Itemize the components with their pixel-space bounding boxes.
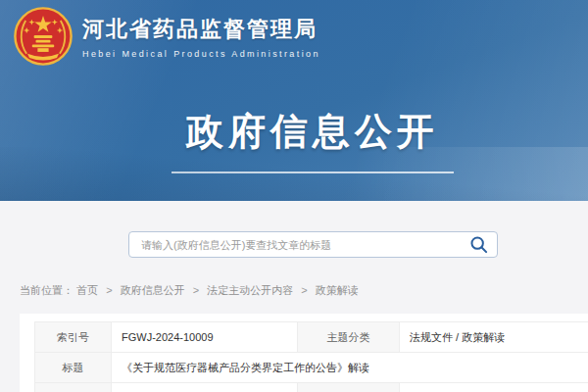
site-name-block: 河北省药品监督管理局 Hebei Medical Products Admini… — [82, 15, 320, 59]
breadcrumb-current-policy-interpretation: 政策解读 — [316, 284, 359, 296]
national-emblem-icon — [14, 7, 73, 66]
page-title: 政府信息公开 — [186, 107, 439, 157]
site-name-english: Hebei Medical Products Administration — [82, 49, 320, 59]
subject-category-value: 法规文件 / 政策解读 — [400, 322, 588, 353]
table-row: 标题 《关于规范医疗器械产品分类界定工作的公告》解读 — [35, 353, 588, 383]
index-number-value: FGWJ-2024-10009 — [112, 322, 298, 353]
search-button[interactable] — [469, 235, 488, 254]
subject-category-label: 主题分类 — [298, 322, 400, 353]
site-logo[interactable]: 河北省药品监督管理局 Hebei Medical Products Admini… — [14, 7, 320, 66]
breadcrumb-label: 当前位置： — [20, 284, 74, 296]
breadcrumb-statutory-content[interactable]: 法定主动公开内容 — [207, 284, 293, 296]
publish-date-label: 发布日期 — [298, 383, 400, 392]
index-number-label: 索引号 — [35, 322, 112, 353]
issuing-department-label: 发文部门 — [35, 383, 112, 392]
breadcrumb-info-disclosure[interactable]: 政府信息公开 — [121, 284, 185, 296]
site-name: 河北省药品监督管理局 — [82, 15, 320, 44]
breadcrumb-separator: > — [106, 284, 112, 296]
page: 河北省药品监督管理局 Hebei Medical Products Admini… — [0, 0, 588, 392]
issuing-department-value — [112, 383, 298, 392]
document-detail-table: 索引号 FGWJ-2024-10009 主题分类 法规文件 / 政策解读 标题 … — [34, 321, 588, 392]
banner-underline — [172, 172, 454, 173]
table-row: 索引号 FGWJ-2024-10009 主题分类 法规文件 / 政策解读 — [35, 322, 588, 353]
search-icon — [469, 235, 488, 254]
banner: 政府信息公开 — [0, 107, 588, 173]
search-box — [128, 231, 498, 258]
search-input[interactable] — [128, 231, 498, 258]
table-row: 发文部门 发布日期 2024-05-13 — [35, 383, 588, 392]
breadcrumb-separator: > — [193, 284, 199, 296]
title-label: 标题 — [35, 353, 112, 383]
breadcrumb-separator: > — [301, 284, 307, 296]
breadcrumb: 当前位置： 首页 > 政府信息公开 > 法定主动公开内容 > 政策解读 — [20, 283, 359, 298]
title-value: 《关于规范医疗器械产品分类界定工作的公告》解读 — [112, 353, 588, 383]
content-card: 索引号 FGWJ-2024-10009 主题分类 法规文件 / 政策解读 标题 … — [20, 314, 588, 392]
publish-date-value: 2024-05-13 — [400, 383, 588, 392]
breadcrumb-home[interactable]: 首页 — [76, 284, 98, 296]
site-header: 河北省药品监督管理局 Hebei Medical Products Admini… — [0, 0, 588, 201]
